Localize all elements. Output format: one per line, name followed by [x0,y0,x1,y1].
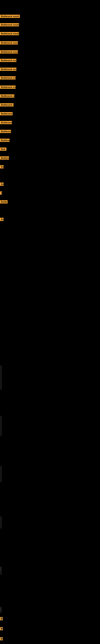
bottleneck-badge-22: Bo [0,218,3,221]
vertical-line-5 [1,567,1,575]
bottleneck-badge-18: Bo [0,165,3,168]
bottleneck-badge-5: Bottleneck result [0,50,18,54]
small-badge-3: B [0,617,3,620]
vertical-line-2 [1,416,1,436]
bottleneck-badge-9: Bottleneck resul [0,86,16,89]
bottleneck-badge-8: Bottleneck resul [0,76,16,80]
bottleneck-badge-10: Bottleneck resu [0,94,14,98]
vertical-line-1 [1,366,1,390]
vertical-line-3 [1,466,1,482]
bottleneck-badge-6: Bottleneck resul [0,59,16,62]
small-badge-4: B [0,627,3,630]
bottleneck-badge-15: Bottlenec [0,139,10,142]
vertical-line-9 [1,637,1,640]
vertical-line-6 [1,607,1,613]
bottleneck-badge-14: Bottleneck re [0,130,11,133]
bottleneck-badge-20: B [0,192,2,194]
vertical-line-4 [1,516,1,528]
bottleneck-badge-4: Bottleneck result [0,41,18,44]
bottleneck-badge-21: Bottle [0,200,8,204]
bottleneck-badge-16: Bott [0,148,6,151]
bottleneck-badge-2: Bottleneck result [0,23,19,26]
small-badge-5: B [0,637,3,640]
vertical-line-8 [1,627,1,631]
bottleneck-badge-11: Bottleneck resu [0,103,14,106]
bottleneck-badge-1: Bottleneck result [0,15,20,18]
bottleneck-badge-13: Bottleneck res [0,121,12,124]
bottleneck-badge-7: Bottleneck result [0,68,16,71]
bottleneck-badge-12: Bottleneck res [0,112,13,115]
site-title [0,0,100,3]
vertical-line-7 [1,617,1,621]
bottleneck-badge-19: Bo [0,182,3,186]
bottleneck-badge-3: Bottleneck result [0,32,19,35]
bottleneck-badge-17: Bottlene [0,156,9,160]
